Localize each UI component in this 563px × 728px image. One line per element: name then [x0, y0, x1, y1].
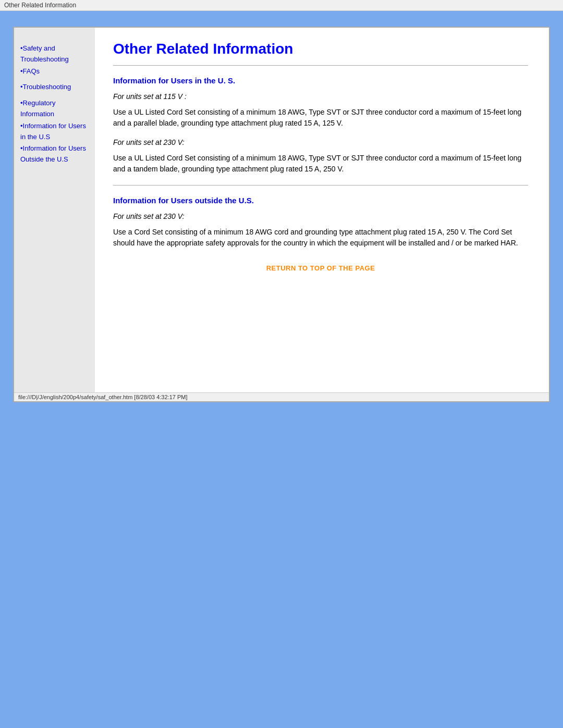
status-bar-text: file:///D|/J/english/200p4/safety/saf_ot… — [18, 394, 188, 400]
sidebar-item-info-users-us[interactable]: •Information for Users in the U.S — [20, 121, 90, 143]
browser-window: •Safety and Troubleshooting •FAQs •Troub… — [13, 27, 550, 402]
us-section: Information for Users in the U. S. For u… — [113, 76, 528, 175]
divider-top — [113, 65, 528, 66]
title-bar-text: Other Related Information — [4, 2, 76, 9]
title-bar: Other Related Information — [0, 0, 563, 11]
sidebar-item-safety-troubleshooting[interactable]: •Safety and Troubleshooting — [20, 43, 90, 65]
outside-230v-body: Use a Cord Set consisting of a minimum 1… — [113, 227, 528, 249]
sidebar-item-faqs[interactable]: •FAQs — [20, 66, 90, 77]
us-section-heading: Information for Users in the U. S. — [113, 76, 528, 85]
main-content: Other Related Information Information fo… — [95, 28, 549, 392]
outside-us-section: Information for Users outside the U.S. F… — [113, 196, 528, 249]
us-115v-body: Use a UL Listed Cord Set consisting of a… — [113, 107, 528, 129]
return-to-top-link[interactable]: RETURN TO TOP OF THE PAGE — [113, 264, 528, 272]
nav-group-2: •Troubleshooting — [20, 82, 90, 93]
sidebar-item-info-users-outside[interactable]: •Information for Users Outside the U.S — [20, 143, 90, 165]
outside-230v-italic: For units set at 230 V: — [113, 212, 528, 220]
us-115v-italic: For units set at 115 V : — [113, 92, 528, 101]
page-title: Other Related Information — [113, 41, 528, 57]
nav-group-3: •Regulatory Information •Information for… — [20, 98, 90, 165]
divider-middle — [113, 185, 528, 186]
us-230v-italic: For units set at 230 V: — [113, 138, 528, 146]
outside-us-section-heading: Information for Users outside the U.S. — [113, 196, 528, 205]
sidebar-item-troubleshooting[interactable]: •Troubleshooting — [20, 82, 90, 93]
sidebar: •Safety and Troubleshooting •FAQs •Troub… — [14, 28, 95, 392]
status-bar: file:///D|/J/english/200p4/safety/saf_ot… — [14, 392, 549, 401]
us-230v-body: Use a UL Listed Cord Set consisting of a… — [113, 153, 528, 175]
content-wrapper: •Safety and Troubleshooting •FAQs •Troub… — [14, 28, 549, 392]
nav-group-1: •Safety and Troubleshooting •FAQs — [20, 43, 90, 77]
sidebar-item-regulatory[interactable]: •Regulatory Information — [20, 98, 90, 120]
